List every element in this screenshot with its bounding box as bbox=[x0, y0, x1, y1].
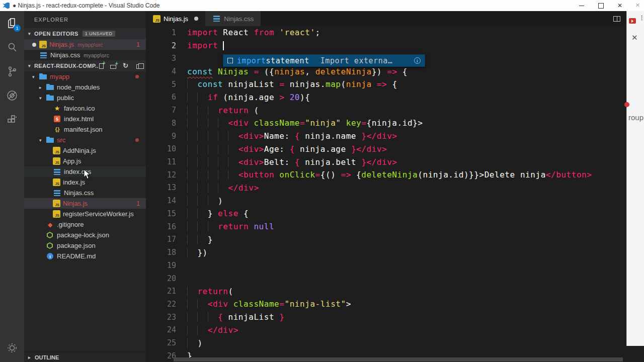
debug-icon[interactable] bbox=[0, 83, 24, 108]
js-icon bbox=[153, 15, 160, 23]
code-line-2: 2import bbox=[146, 39, 644, 52]
code-line-1: 1import React from 'react'; bbox=[146, 26, 644, 39]
line-number: 16 bbox=[146, 222, 176, 231]
kebab-menu-icon[interactable]: ⋮ bbox=[639, 16, 644, 19]
open-editor-ninjas-css[interactable]: Ninjas.cssmyapp\src bbox=[24, 50, 146, 60]
line-number: 17 bbox=[146, 235, 176, 244]
overlay-titlebar-close-icon[interactable]: ✕ bbox=[635, 2, 640, 9]
code-line-7: 7 return ( bbox=[146, 104, 644, 117]
new-folder-icon[interactable] bbox=[110, 65, 116, 69]
collapse-folders-icon[interactable] bbox=[136, 64, 141, 69]
code-line-25: 25 ) bbox=[146, 336, 644, 349]
scrollbar-thumb[interactable] bbox=[174, 357, 623, 361]
line-number: 12 bbox=[146, 170, 176, 179]
tree-item-app-js[interactable]: App.js bbox=[24, 156, 146, 166]
js-icon bbox=[53, 178, 60, 186]
line-number: 24 bbox=[146, 325, 176, 334]
outline-header[interactable]: ▸ OUTLINE bbox=[24, 352, 146, 362]
chevron-down-icon: ▾ bbox=[28, 31, 34, 36]
source-control-icon[interactable] bbox=[0, 59, 24, 83]
tree-item-manifest-json[interactable]: manifest.json bbox=[24, 124, 146, 135]
recorder-icon[interactable] bbox=[629, 18, 636, 24]
window-title: ● Ninjas.js - react-redux-complete - Vis… bbox=[13, 2, 159, 9]
line-number: 7 bbox=[146, 106, 176, 115]
external-overlay-window: ⋮ ✕ roup bbox=[626, 11, 644, 346]
tree-item-public[interactable]: ▾public bbox=[24, 93, 146, 103]
intellisense-suggestion[interactable]: import statement Import externa… i bbox=[223, 54, 425, 67]
line-number: 19 bbox=[146, 261, 176, 270]
tab-bar: Ninjas.jsNinjas.css bbox=[146, 11, 644, 26]
tree-item-ninjas-css[interactable]: Ninjas.css bbox=[24, 188, 146, 198]
explorer-icon[interactable]: 1 bbox=[0, 11, 24, 35]
extensions-icon[interactable] bbox=[0, 108, 24, 132]
new-file-icon[interactable] bbox=[99, 63, 104, 69]
open-editor-ninjas-js[interactable]: Ninjas.jsmyapp\src1 bbox=[24, 39, 146, 50]
line-number: 14 bbox=[146, 196, 176, 205]
text-cursor bbox=[223, 41, 224, 50]
code-line-12: 12 <button onClick={() => {deleteNinja(n… bbox=[146, 168, 644, 182]
folder-section-header[interactable]: ▾ REACT-REDUX-COMP.. bbox=[24, 60, 146, 71]
refresh-explorer-icon[interactable] bbox=[123, 62, 130, 69]
line-number: 18 bbox=[146, 248, 176, 257]
minimize-button[interactable] bbox=[579, 3, 585, 9]
code-line-8: 8 <div className="ninja" key={ninja.id}> bbox=[146, 117, 644, 130]
npm-icon bbox=[46, 231, 54, 239]
line-number: 20 bbox=[146, 274, 176, 283]
search-icon[interactable] bbox=[0, 35, 24, 59]
folder-icon bbox=[46, 83, 54, 91]
suggestion-label: statement bbox=[266, 56, 309, 65]
js-icon bbox=[53, 200, 60, 207]
suggestion-detail: Import externa… bbox=[320, 56, 393, 65]
vscode-window: ● Ninjas.js - react-redux-complete - Vis… bbox=[0, 0, 644, 362]
tree-item-node-modules[interactable]: ▸node_modules bbox=[24, 82, 146, 93]
unsaved-dot-icon bbox=[194, 17, 198, 21]
code-line-23: 23 { ninjaList } bbox=[146, 311, 644, 324]
code-line-15: 15 } else { bbox=[146, 207, 644, 220]
line-number: 5 bbox=[146, 80, 176, 89]
html-icon bbox=[53, 115, 61, 123]
tree-item-favicon-ico[interactable]: favicon.ico bbox=[24, 103, 146, 114]
git-icon bbox=[46, 221, 54, 228]
close-button[interactable]: ✕ bbox=[617, 3, 623, 9]
tree-item-registerserviceworker-js[interactable]: registerServiceWorker.js bbox=[24, 209, 146, 219]
maximize-button[interactable] bbox=[598, 3, 604, 9]
line-number: 22 bbox=[146, 300, 176, 309]
tree-item-ninjas-js[interactable]: Ninjas.js1 bbox=[24, 198, 146, 209]
outline-label: OUTLINE bbox=[35, 354, 59, 360]
overlay-close-icon[interactable]: ✕ bbox=[631, 33, 638, 42]
js-icon bbox=[53, 147, 60, 154]
js-icon bbox=[53, 157, 60, 165]
tree-item-myapp[interactable]: ▾myapp bbox=[24, 71, 146, 82]
line-number: 21 bbox=[146, 287, 176, 296]
info-icon[interactable]: i bbox=[414, 57, 421, 64]
npm-icon bbox=[46, 242, 54, 249]
explorer-title: EXPLORER bbox=[24, 11, 146, 28]
record-dot-icon bbox=[624, 102, 629, 107]
settings-gear-icon[interactable] bbox=[0, 336, 24, 360]
code-editor[interactable]: 1import React from 'react';2import 34con… bbox=[146, 26, 644, 362]
folder-icon bbox=[46, 94, 54, 102]
split-editor-icon[interactable] bbox=[613, 16, 620, 22]
code-line-14: 14 ) bbox=[146, 194, 644, 207]
line-number: 1 bbox=[146, 28, 176, 37]
js-icon bbox=[53, 210, 60, 218]
tree-item-package-lock-json[interactable]: package-lock.json bbox=[24, 230, 146, 240]
tree-item-gitignore[interactable]: .gitignore bbox=[24, 219, 146, 230]
open-editors-header[interactable]: ▾ OPEN EDITORS 1 UNSAVED bbox=[24, 28, 146, 39]
horizontal-scrollbar[interactable] bbox=[151, 357, 623, 362]
line-number: 11 bbox=[146, 157, 176, 166]
line-number: 3 bbox=[146, 54, 176, 63]
overlay-partial-text: roup bbox=[628, 113, 643, 122]
tab-ninjas-js[interactable]: Ninjas.js bbox=[146, 11, 205, 26]
tree-item-package-json[interactable]: package.json bbox=[24, 240, 146, 251]
json-icon bbox=[53, 126, 61, 133]
code-line-11: 11 <div>Belt: { ninja.belt }</div> bbox=[146, 155, 644, 168]
tree-item-addninja-js[interactable]: AddNinja.js bbox=[24, 145, 146, 156]
tree-item-readme-md[interactable]: README.md bbox=[24, 251, 146, 261]
mouse-pointer bbox=[84, 169, 91, 179]
code-line-18: 18 }) bbox=[146, 246, 644, 259]
tree-item-index-html[interactable]: index.html bbox=[24, 114, 146, 124]
tab-ninjas-css[interactable]: Ninjas.css bbox=[205, 11, 261, 26]
tree-item-src[interactable]: ▾src bbox=[24, 135, 146, 145]
unsaved-badge: 1 UNSAVED bbox=[83, 31, 115, 37]
